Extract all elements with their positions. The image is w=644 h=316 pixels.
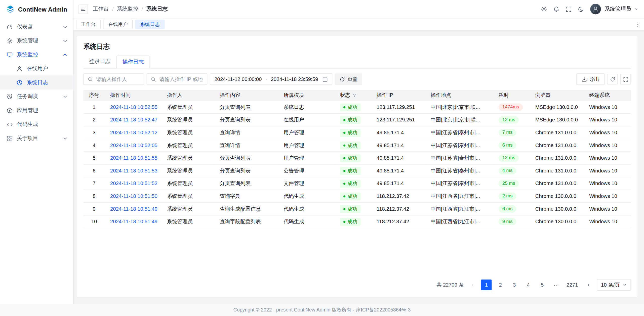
cell-time-link[interactable]: 2024-11-18 10:51:49 (110, 206, 157, 212)
page-tab-0[interactable]: 工作台 (76, 20, 101, 29)
status-dot-icon (343, 119, 345, 121)
cell-module: 文件管理 (278, 177, 335, 190)
date-end[interactable]: 2024-11-18 23:59:59 (271, 76, 318, 82)
page-button-2271[interactable]: 2271 (565, 280, 579, 290)
breadcrumb-item[interactable]: 工作台 (93, 5, 109, 13)
cell-time-link[interactable]: 2024-11-18 10:51:52 (110, 180, 157, 186)
breadcrumb: 工作台/系统监控/系统日志 (93, 5, 168, 13)
sidebar-item-1[interactable]: 系统管理 (0, 34, 73, 48)
logo[interactable]: ContiNew Admin (0, 0, 73, 18)
column-header-5: 状态 (335, 90, 371, 101)
breadcrumb-item[interactable]: 系统日志 (146, 5, 168, 13)
status-badge: 成功 (340, 218, 361, 225)
refresh-table-button[interactable] (607, 74, 618, 84)
monitor-icon (7, 52, 13, 58)
cell-time-link[interactable]: 2024-11-18 10:51:49 (110, 219, 157, 224)
search-icon (88, 76, 93, 82)
cell-module: 代码生成 (278, 190, 335, 203)
cell-content: 分页查询列表 (214, 164, 278, 177)
log-tab-0[interactable]: 登录日志 (83, 55, 116, 68)
filter-icon[interactable] (352, 93, 357, 98)
cell-time-link[interactable]: 2024-11-18 10:51:53 (110, 168, 157, 174)
sidebar-subitem-0[interactable]: 在线用户 (0, 62, 73, 76)
chevron-left-icon (470, 283, 475, 287)
date-range-picker[interactable]: 2024-11-12 00:00:00 - 2024-11-18 23:59:5… (210, 73, 332, 85)
settings-icon[interactable] (541, 6, 547, 12)
cell-browser: Chrome 131.0.0.0 (530, 177, 584, 190)
cell-location: 中国|江西省|九江市|... (425, 203, 493, 215)
cell-time-link[interactable]: 2024-11-18 10:51:50 (110, 193, 157, 199)
status-badge: 成功 (340, 167, 361, 175)
status-dot-icon (343, 170, 345, 172)
avatar[interactable] (590, 4, 601, 14)
ip-search-input[interactable] (147, 73, 208, 85)
operator-input[interactable] (95, 76, 140, 82)
app-logo-icon (6, 5, 15, 14)
reset-button[interactable]: 重置 (335, 73, 362, 85)
sidebar-item-6[interactable]: 关于项目 (0, 131, 73, 145)
page-button-5[interactable]: 5 (537, 280, 547, 290)
log-tab-1[interactable]: 操作日志 (116, 55, 150, 68)
ip-input[interactable] (158, 76, 203, 82)
sidebar-item-label: 系统监控 (17, 51, 58, 58)
cell-operator: 系统管理员 (162, 113, 215, 126)
cell-no: 2 (83, 113, 105, 126)
cell-content: 查询详情 (214, 139, 278, 152)
page-button-1[interactable]: 1 (481, 280, 492, 290)
cell-time-link[interactable]: 2024-11-18 10:52:05 (110, 143, 157, 148)
notifications-icon[interactable] (553, 6, 559, 12)
table-row: 22024-11-18 10:52:47系统管理员分页查询列表在线用户成功123… (83, 113, 631, 126)
page-tab-1[interactable]: 在线用户 (103, 20, 133, 29)
breadcrumb-item[interactable]: 系统监控 (117, 5, 138, 13)
operator-search-input[interactable] (83, 73, 144, 85)
next-page-button[interactable] (583, 280, 593, 290)
cell-content: 查询生成配置信息 (214, 203, 278, 215)
log-table: 序号操作时间操作人操作内容所属模块状态操作 IP操作地点耗时浏览器终端系统 12… (83, 90, 631, 228)
prev-page-button[interactable] (467, 280, 478, 290)
sidebar-item-label: 系统管理 (17, 37, 58, 44)
sidebar-item-5[interactable]: 代码生成 (0, 117, 73, 131)
page-tabs: 工作台在线用户系统日志 (76, 20, 165, 29)
page-button-2[interactable]: 2 (495, 280, 506, 290)
page-tab-2[interactable]: 系统日志 (135, 20, 165, 29)
filter-toolbar: 2024-11-12 00:00:00 - 2024-11-18 23:59:5… (83, 73, 631, 85)
app-root: ContiNew Admin 仪表盘系统管理系统监控在线用户系统日志任务调度应用… (0, 0, 644, 316)
sidebar-item-2[interactable]: 系统监控 (0, 48, 73, 62)
cell-ip: 49.85.171.4 (371, 152, 425, 164)
cell-time-link[interactable]: 2024-11-18 10:51:55 (110, 155, 157, 161)
fullscreen-icon[interactable] (566, 6, 572, 12)
date-start[interactable]: 2024-11-12 00:00:00 (214, 76, 262, 82)
sidebar-item-0[interactable]: 仪表盘 (0, 20, 73, 34)
dark-mode-icon[interactable] (578, 6, 584, 12)
cell-time-link[interactable]: 2024-11-18 10:52:47 (110, 117, 157, 123)
sidebar-item-3[interactable]: 任务调度 (0, 89, 73, 104)
page-tab-bar: 工作台在线用户系统日志 (73, 18, 644, 31)
duration-badge: 1474ms (499, 104, 523, 111)
page-button-···[interactable]: ··· (551, 280, 561, 290)
page-button-3[interactable]: 3 (509, 280, 519, 290)
sidebar-item-4[interactable]: 应用管理 (0, 103, 73, 117)
chevron-down-icon (634, 7, 638, 11)
apps-icon (7, 107, 13, 113)
cell-browser: Chrome 130.0.0.0 (530, 190, 584, 203)
settings-icon (7, 37, 13, 43)
sidebar-collapse-button[interactable] (78, 4, 88, 14)
cell-ip: 118.212.37.42 (371, 203, 425, 215)
cell-os: Windows 10 (584, 177, 631, 190)
chevron-down-icon (62, 93, 68, 99)
status-badge: 成功 (340, 116, 361, 124)
export-button[interactable]: 导出 (576, 73, 605, 85)
sidebar-subitem-1[interactable]: 系统日志 (0, 75, 73, 89)
page-size-select[interactable]: 10 条/页 (597, 279, 631, 291)
cell-time-link[interactable]: 2024-11-18 10:52:55 (110, 104, 157, 110)
cell-time-link[interactable]: 2024-11-18 10:52:12 (110, 130, 157, 136)
user-menu[interactable]: 系统管理员 (605, 5, 631, 13)
calendar-icon (323, 76, 328, 82)
table-fullscreen-button[interactable] (620, 74, 631, 84)
page-button-4[interactable]: 4 (523, 280, 534, 290)
tab-actions-icon[interactable] (635, 22, 641, 27)
column-header-3: 操作内容 (214, 90, 278, 101)
refresh-icon (340, 76, 345, 82)
cell-os: Windows 10 (584, 101, 631, 114)
table-row: 42024-11-18 10:52:05系统管理员查询详情用户管理成功49.85… (83, 139, 631, 152)
